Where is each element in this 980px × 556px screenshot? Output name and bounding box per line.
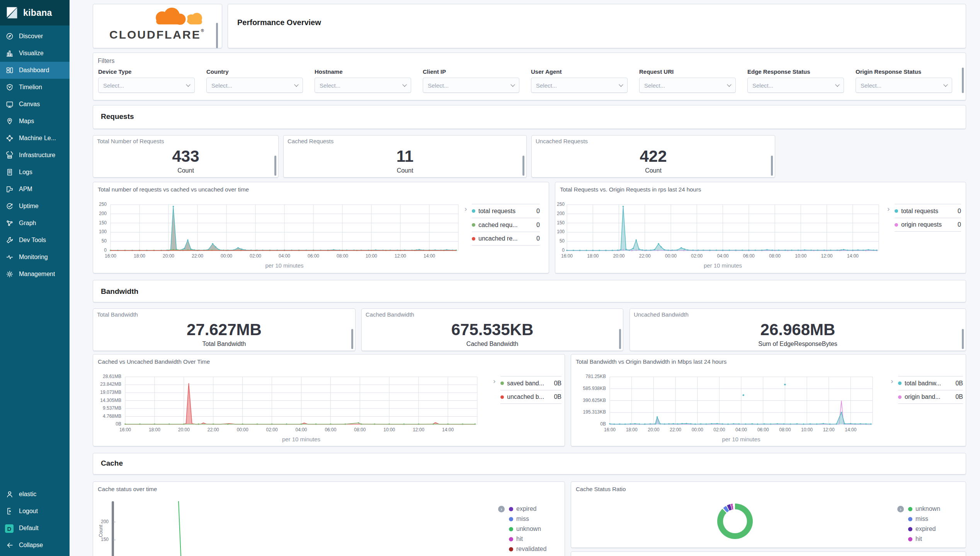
legend-item[interactable]: expired: [509, 504, 563, 514]
y-axis-tick-label: 0: [93, 247, 107, 253]
sidebar-item-discover[interactable]: Discover: [0, 28, 70, 45]
sidebar-item-default-space[interactable]: D Default: [0, 520, 70, 537]
filter-label: Origin Response Status: [856, 68, 952, 75]
x-axis-tick-label: 22:00: [633, 253, 657, 259]
x-axis-tick-label: 14:00: [841, 253, 864, 259]
legend-item[interactable]: uncached re...0: [472, 232, 540, 246]
scrollbar-thumb[interactable]: [522, 156, 524, 176]
sidebar-item-dashboard[interactable]: Dashboard: [0, 62, 70, 79]
legend-expand-icon[interactable]: ›: [897, 506, 904, 512]
legend-dot: [509, 517, 513, 521]
sidebar-item-apm[interactable]: APM: [0, 181, 70, 198]
scrollbar-thumb[interactable]: [619, 329, 621, 349]
legend-item[interactable]: cached requ...0: [472, 218, 540, 232]
sidebar-item-dev-tools[interactable]: Dev Tools: [0, 232, 70, 249]
legend-label: expired: [915, 525, 936, 532]
x-axis-tick-label: 18:00: [143, 427, 166, 432]
legend-item[interactable]: uncached b...0B: [500, 390, 561, 404]
legend-item[interactable]: hit: [908, 534, 962, 544]
filter-select[interactable]: Select...: [747, 78, 844, 93]
filter-select[interactable]: Select...: [856, 78, 952, 93]
legend-expand-icon[interactable]: ›: [498, 506, 505, 512]
metric-title: Uncached Requests: [536, 138, 588, 144]
panel-dashboard-title: Performance Overview: [228, 4, 966, 48]
legend-item[interactable]: expired: [908, 524, 962, 534]
chevron-down-icon: [835, 82, 839, 86]
scrollbar-thumb[interactable]: [962, 68, 964, 93]
filter-select[interactable]: Select...: [423, 78, 519, 93]
x-axis-tick-label: 20:00: [642, 427, 665, 432]
filter-select[interactable]: Select...: [639, 78, 736, 93]
chevron-down-icon: [943, 82, 948, 86]
legend-item[interactable]: unknown: [509, 524, 563, 534]
filter-select[interactable]: Select...: [206, 78, 303, 93]
filter-select[interactable]: Select...: [531, 78, 628, 93]
legend-collapse-icon[interactable]: ›: [464, 205, 467, 213]
section-heading-requests: Requests: [101, 112, 134, 121]
sidebar-item-maps[interactable]: Maps: [0, 113, 70, 130]
legend-item[interactable]: saved band...0B: [500, 376, 561, 390]
panel-cache-status-over-time-chart: Cache status over time Count 200150 › ex…: [93, 481, 565, 556]
legend-item[interactable]: revalidated: [509, 544, 563, 554]
x-axis-tick-label: 14:00: [839, 427, 862, 432]
legend-item[interactable]: unknown: [908, 504, 962, 514]
scrollbar-thumb[interactable]: [351, 329, 353, 349]
sidebar-item-elastic[interactable]: elastic: [0, 486, 70, 503]
legend-item[interactable]: origin requests0: [895, 218, 961, 232]
y-axis-tick-label: 150: [93, 537, 109, 542]
chart-title: Cached vs Uncached Bandwidth Over Time: [98, 358, 210, 365]
sidebar-item-graph[interactable]: Graph: [0, 215, 70, 232]
y-axis-tick-label: 250: [93, 202, 107, 207]
legend-item[interactable]: hit: [509, 534, 563, 544]
sidebar-item-canvas[interactable]: Canvas: [0, 96, 70, 113]
legend-item[interactable]: miss: [509, 514, 563, 524]
sidebar-item-infrastructure[interactable]: Infrastructure: [0, 147, 70, 164]
sidebar-item-timelion[interactable]: Timelion: [0, 79, 70, 96]
sidebar-item-logout[interactable]: Logout: [0, 503, 70, 520]
legend-label: uncached b...: [507, 393, 544, 400]
x-axis-tick-label: 00:00: [215, 253, 238, 259]
legend-item[interactable]: total requests0: [472, 204, 540, 218]
legend-collapse-icon[interactable]: ›: [891, 377, 893, 385]
legend-collapse-icon[interactable]: ›: [887, 205, 890, 213]
select-placeholder: Select...: [752, 82, 773, 89]
compass-icon: [6, 32, 14, 40]
x-axis-tick-label: 02:00: [260, 427, 284, 432]
cached-vs-uncached-bandwidth-chart[interactable]: 0B4.768MB9.537MB14.305MB19.073MB23.842MB…: [93, 354, 565, 446]
graph-icon: [6, 219, 14, 227]
sidebar-item-monitoring[interactable]: Monitoring: [0, 249, 70, 266]
legend-collapse-icon[interactable]: ›: [493, 377, 495, 385]
user-icon: [6, 490, 14, 498]
sidebar-item-collapse[interactable]: Collapse: [0, 537, 70, 554]
cache-status-ratio-donut[interactable]: [717, 503, 753, 539]
legend-item[interactable]: origin band...0B: [898, 390, 963, 404]
sidebar-item-visualize[interactable]: Visualize: [0, 45, 70, 62]
sidebar-nav: Discover Visualize Dashboard Timelion Ca…: [0, 25, 70, 283]
cloudflare-brand-text: CLOUDFLARE®: [109, 28, 210, 41]
sidebar-item-uptime[interactable]: Uptime: [0, 198, 70, 215]
filter-request-uri: Request URI Select...: [639, 68, 736, 93]
metric-title: Total Number of Requests: [97, 138, 164, 144]
legend-item[interactable]: total requests0: [895, 204, 961, 218]
panel-top-uris-cache-miss: Top URIs with Cache Status Miss: [571, 551, 966, 556]
panel-requests-over-time-chart: Total number of requests vs cached vs un…: [93, 182, 549, 273]
filter-select[interactable]: Select...: [98, 78, 195, 93]
metric-value: 11: [284, 147, 526, 166]
sidebar-item-management[interactable]: Management: [0, 266, 70, 283]
scrollbar-thumb[interactable]: [771, 156, 773, 176]
scrollbar-thumb[interactable]: [216, 23, 218, 48]
legend-value: 0: [954, 221, 961, 228]
scrollbar-thumb[interactable]: [274, 156, 276, 176]
x-axis-tick-label: 00:00: [686, 427, 709, 432]
filter-select[interactable]: Select...: [315, 78, 411, 93]
panel-metric-cached-requests: Cached Requests 11 Count: [283, 135, 527, 178]
legend-item[interactable]: total badnw...0B: [898, 376, 963, 390]
scrollbar-thumb[interactable]: [962, 329, 964, 349]
cache-status-over-time-chart[interactable]: 200150: [93, 482, 565, 556]
kibana-logo[interactable]: kibana: [0, 0, 70, 25]
legend-dot: [509, 527, 513, 531]
sidebar-item-logs[interactable]: Logs: [0, 164, 70, 181]
chart-title: Cache Status Ratio: [576, 486, 626, 492]
sidebar-item-machine-learning[interactable]: Machine Le...: [0, 130, 70, 147]
legend-item[interactable]: miss: [908, 514, 962, 524]
